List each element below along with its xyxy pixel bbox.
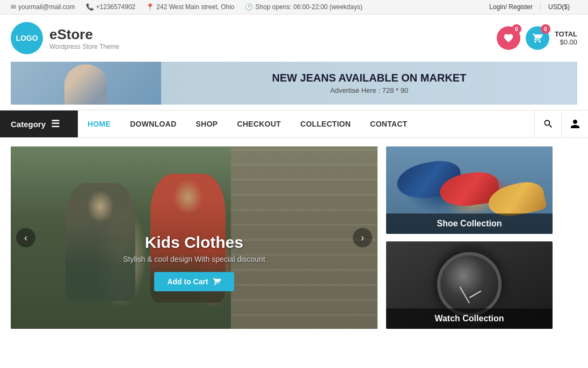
wishlist-action: 0 (497, 26, 520, 50)
phone-text: +1236574902 (96, 3, 136, 11)
header-actions: 0 0 TOTAL $0.00 (497, 26, 577, 50)
top-bar: ✉ yourmail@mail.com 📞 +1236574902 📍 242 … (0, 0, 588, 14)
nav-download[interactable]: DOWNLOAD (120, 111, 186, 137)
site-header: LOGO eStore Wordpress Store Theme 0 0 (0, 14, 588, 62)
navigation: Category ☰ HOME DOWNLOAD SHOP CHECKOUT C… (0, 110, 588, 138)
search-button[interactable] (534, 111, 561, 137)
category-label: Category (11, 120, 46, 129)
logo-name-area: eStore Wordpress Store Theme (49, 26, 119, 50)
hours-text: Shop opens: 06:00-22:00 (weekdays) (255, 3, 362, 11)
total-value: $0.00 (555, 38, 577, 46)
address-info: 📍 242 West Main street, Ohio (146, 3, 234, 11)
main-content: Kids Clothes Stylish & cool design With … (0, 138, 588, 329)
heart-icon (503, 33, 514, 43)
banner-subtext: Advertise Here : 728 * 90 (177, 86, 561, 94)
slider-next-button[interactable]: › (353, 228, 372, 247)
login-register-link[interactable]: Login/ Register (482, 3, 540, 11)
email-icon: ✉ (11, 3, 16, 11)
nav-contact[interactable]: CONTACT (360, 111, 417, 137)
nav-checkout[interactable]: CHECKOUT (227, 111, 291, 137)
shoe-collection-card[interactable]: Shoe Collection (386, 146, 553, 234)
logo-area: LOGO eStore Wordpress Store Theme (11, 22, 119, 54)
email-info: ✉ yourmail@mail.com (11, 3, 75, 11)
banner-headline: NEW JEANS AVAILABLE ON MARKET (177, 72, 561, 84)
cart-action-area: 0 TOTAL $0.00 (526, 26, 577, 50)
banner-image (11, 62, 161, 105)
category-menu-button[interactable]: Category ☰ (0, 111, 78, 137)
phone-icon: 📞 (86, 3, 94, 11)
logo-circle[interactable]: LOGO (11, 22, 43, 54)
cart-total: TOTAL $0.00 (555, 30, 577, 46)
cart-icon (532, 33, 543, 43)
shoe-collection-label: Shoe Collection (386, 214, 553, 234)
site-tagline: Wordpress Store Theme (49, 43, 119, 50)
nav-home[interactable]: HOME (78, 111, 120, 137)
cart-btn-icon (213, 277, 221, 286)
slider-prev-button[interactable]: ‹ (16, 228, 35, 247)
nav-collection[interactable]: COLLECTION (291, 111, 360, 137)
hero-slider: Kids Clothes Stylish & cool design With … (11, 146, 378, 329)
promo-banner: NEW JEANS AVAILABLE ON MARKET Advertise … (11, 62, 577, 105)
cart-count: 0 (541, 24, 550, 34)
address-text: 242 West Main street, Ohio (156, 3, 234, 11)
slider-overlay: Kids Clothes Stylish & cool design With … (11, 223, 378, 329)
user-icon (570, 119, 580, 129)
phone-info: 📞 +1236574902 (86, 3, 136, 11)
hours-info: 🕐 Shop opens: 06:00-22:00 (weekdays) (245, 3, 362, 11)
address-icon: 📍 (146, 3, 154, 11)
cart-button[interactable]: 0 (526, 26, 549, 50)
currency-selector[interactable]: USD($) (540, 3, 577, 11)
site-name: eStore (49, 26, 119, 43)
logo-text: LOGO (16, 34, 38, 42)
search-icon (543, 119, 554, 129)
watch-collection-card[interactable]: Watch Collection (386, 241, 553, 329)
nav-shop[interactable]: SHOP (186, 111, 228, 137)
top-bar-actions: Login/ Register USD($) (482, 3, 577, 11)
total-label: TOTAL (555, 30, 577, 38)
user-button[interactable] (561, 111, 588, 137)
add-to-cart-button[interactable]: Add to Cart (154, 272, 234, 291)
hamburger-icon: ☰ (51, 118, 60, 130)
wishlist-count: 0 (512, 24, 521, 34)
sidebar-products: Shoe Collection Watch Collection (386, 146, 553, 329)
watch-collection-label: Watch Collection (386, 308, 553, 329)
slider-title: Kids Clothes (27, 233, 361, 252)
wishlist-button[interactable]: 0 (497, 26, 520, 50)
watch-face (437, 252, 502, 317)
email-text: yourmail@mail.com (18, 3, 75, 11)
clock-icon: 🕐 (245, 3, 253, 11)
banner-text-area: NEW JEANS AVAILABLE ON MARKET Advertise … (161, 67, 577, 100)
nav-links: HOME DOWNLOAD SHOP CHECKOUT COLLECTION C… (78, 111, 534, 137)
top-bar-info: ✉ yourmail@mail.com 📞 +1236574902 📍 242 … (11, 3, 362, 11)
add-to-cart-label: Add to Cart (167, 277, 208, 286)
nav-right-actions (534, 111, 588, 137)
slider-subtitle: Stylish & cool design With special disco… (27, 255, 361, 263)
